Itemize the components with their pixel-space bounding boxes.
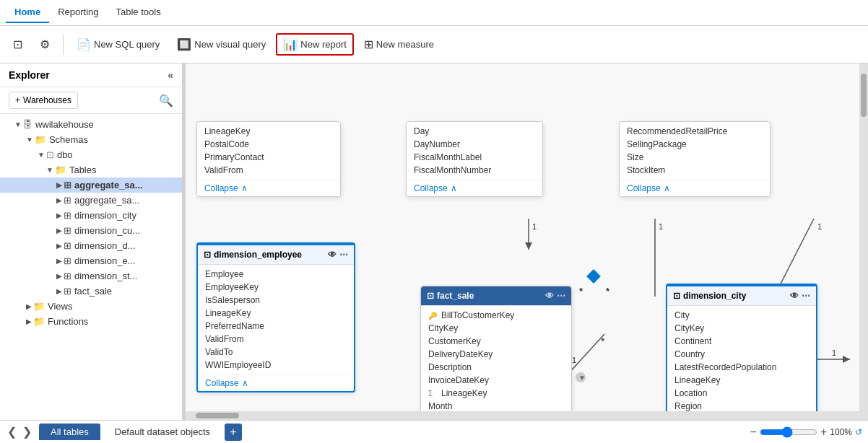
row-label: City xyxy=(674,310,690,320)
toolbar-icon2-button[interactable]: ⚙ xyxy=(32,33,57,56)
row-label: FiscalMonthNumber xyxy=(414,165,491,175)
scrollbar-thumb[interactable] xyxy=(861,74,867,117)
table-row: Σ LineageKey xyxy=(421,387,571,400)
preview-icon[interactable]: 👁 xyxy=(328,250,337,260)
row-label: Description xyxy=(428,362,472,372)
table-header-icons: 👁 ⋯ xyxy=(328,250,348,260)
table-row: IsSalesperson xyxy=(198,294,354,307)
table-body: RecommendedRetailPrice SellingPackage Si… xyxy=(620,122,770,180)
tree-label: aggregate_sa... xyxy=(74,180,143,190)
vertical-scrollbar[interactable] xyxy=(859,63,868,420)
svg-marker-13 xyxy=(843,356,850,363)
collapse-label: Collapse xyxy=(204,183,238,193)
row-label: Location xyxy=(674,388,707,398)
sidebar-item-tables[interactable]: ▼ 📁 Tables xyxy=(0,162,182,177)
gear-icon: ⚙ xyxy=(40,38,50,51)
preview-icon[interactable]: 👁 xyxy=(545,291,554,301)
table-dim-stock[interactable]: RecommendedRetailPrice SellingPackage Si… xyxy=(619,121,771,197)
table-row: CityKey xyxy=(667,322,816,335)
sidebar-tree: ▼ 🗄 wwilakehouse ▼ 📁 Schemas ▼ ⊡ dbo ▼ 📁… xyxy=(0,114,182,420)
chevron-icon: ▶ xyxy=(26,302,32,310)
chevron-icon: ▶ xyxy=(56,211,62,219)
table-row: Location xyxy=(667,387,816,400)
sidebar-item-aggregate-sa2[interactable]: ▶ ⊞ aggregate_sa... xyxy=(0,193,182,208)
tree-label: wwilakehouse xyxy=(35,119,94,130)
sidebar-item-schemas[interactable]: ▼ 📁 Schemas xyxy=(0,132,182,147)
tab-all-tables[interactable]: All tables xyxy=(39,424,100,440)
more-icon[interactable]: ⋯ xyxy=(339,250,348,260)
sidebar-item-dimension-st[interactable]: ▶ ⊞ dimension_st... xyxy=(0,268,182,284)
table-row: Continent xyxy=(667,335,816,348)
preview-icon[interactable]: 👁 xyxy=(790,291,799,301)
chevron-icon: ▶ xyxy=(56,181,62,189)
collapse-sidebar-icon[interactable]: « xyxy=(168,69,173,81)
table-icon: ⊞ xyxy=(64,240,71,251)
sidebar-item-dimension-city[interactable]: ▶ ⊞ dimension_city xyxy=(0,208,182,223)
svg-text:1: 1 xyxy=(832,348,836,357)
new-visual-label: New visual query xyxy=(194,39,266,50)
new-report-button[interactable]: 📊 New report xyxy=(276,33,354,56)
db-icon: 🗄 xyxy=(23,119,32,130)
warehouse-label: Warehouses xyxy=(23,95,71,105)
collapse-button[interactable]: Collapse ∧ xyxy=(620,180,770,196)
zoom-in-button[interactable]: + xyxy=(820,426,827,439)
new-measure-button[interactable]: ⊞ New measure xyxy=(357,33,441,56)
svg-text:▼: ▼ xyxy=(578,374,586,382)
more-icon[interactable]: ⋯ xyxy=(802,291,810,301)
table-title: ⊡ fact_sale xyxy=(427,291,474,301)
tab-home[interactable]: Home xyxy=(6,2,49,23)
nav-next-button[interactable]: ❯ xyxy=(21,424,33,440)
canvas[interactable]: 1 1 1 1 * 1 * * * xyxy=(186,63,868,420)
collapse-button[interactable]: Collapse ∧ xyxy=(407,180,542,196)
tab-table-tools[interactable]: Table tools xyxy=(108,2,170,23)
new-report-label: New report xyxy=(300,39,347,50)
row-label: RecommendedRetailPrice xyxy=(627,126,727,136)
sidebar-item-views[interactable]: ▶ 📁 Views xyxy=(0,299,182,314)
new-visual-query-button[interactable]: 🔲 New visual query xyxy=(170,33,273,56)
add-tab-button[interactable]: + xyxy=(225,424,242,441)
zoom-reset-button[interactable]: ↺ xyxy=(855,427,862,437)
table-dim-date[interactable]: Day DayNumber FiscalMonthLabel FiscalMon… xyxy=(406,121,543,197)
table-fact-sale[interactable]: ⊡ fact_sale 👁 ⋯ 🔑 BillToCustomerKey City… xyxy=(420,286,572,416)
table-row: InvoiceDateKey xyxy=(421,374,571,387)
sidebar-item-dimension-d[interactable]: ▶ ⊞ dimension_d... xyxy=(0,238,182,253)
toolbar-icon1-button[interactable]: ⊡ xyxy=(6,33,30,56)
tree-label: Views xyxy=(48,301,72,312)
collapse-button[interactable]: Collapse ∧ xyxy=(198,374,354,391)
new-sql-query-button[interactable]: 📄 New SQL query xyxy=(69,33,167,56)
table-icon: ⊡ xyxy=(13,38,22,51)
tab-reporting[interactable]: Reporting xyxy=(49,2,107,23)
sidebar-item-fact-sale[interactable]: ▶ ⊞ fact_sale xyxy=(0,284,182,299)
zoom-slider[interactable] xyxy=(760,426,817,438)
sidebar-item-aggregate-sa1[interactable]: ▶ ⊞ aggregate_sa... xyxy=(0,177,182,193)
sidebar-item-wwilakehouse[interactable]: ▼ 🗄 wwilakehouse xyxy=(0,117,182,132)
table-row: CustomerKey xyxy=(421,335,571,348)
table-row: Employee xyxy=(198,268,354,281)
more-icon[interactable]: ⋯ xyxy=(557,291,565,301)
table-body: Employee EmployeeKey IsSalesperson Linea… xyxy=(198,265,354,374)
horizontal-scrollbar[interactable] xyxy=(186,411,859,420)
sidebar-item-dbo[interactable]: ▼ ⊡ dbo xyxy=(0,147,182,162)
nav-prev-button[interactable]: ❮ xyxy=(6,424,18,440)
chevron-icon: ▶ xyxy=(56,196,62,204)
search-icon[interactable]: 🔍 xyxy=(159,94,173,108)
row-label: PreferredName xyxy=(205,321,264,331)
table-row: CityKey xyxy=(421,322,571,335)
sidebar-item-dimension-e[interactable]: ▶ ⊞ dimension_e... xyxy=(0,253,182,268)
scrollbar-thumb[interactable] xyxy=(196,413,239,418)
table-dim-city[interactable]: ⊡ dimension_city 👁 ⋯ City CityKey Contin… xyxy=(666,284,817,417)
table-dim-customer[interactable]: LineageKey PostalCode PrimaryContact Val… xyxy=(196,121,341,197)
row-label: CityKey xyxy=(428,323,458,333)
table-row: Description xyxy=(421,361,571,374)
table-dim-employee[interactable]: ⊡ dimension_employee 👁 ⋯ Employee Employ… xyxy=(196,242,355,392)
tree-label: dbo xyxy=(57,149,73,160)
sidebar-item-functions[interactable]: ▶ 📁 Functions xyxy=(0,314,182,329)
tab-default-dataset[interactable]: Default dataset objects xyxy=(103,424,222,440)
zoom-out-button[interactable]: − xyxy=(750,426,757,439)
sidebar-item-dimension-cu[interactable]: ▶ ⊞ dimension_cu... xyxy=(0,223,182,238)
table-row: Country xyxy=(667,348,816,361)
svg-text:*: * xyxy=(606,286,610,297)
collapse-button[interactable]: Collapse ∧ xyxy=(197,180,340,196)
add-warehouse-button[interactable]: + Warehouses xyxy=(9,92,78,109)
bottom-nav: ❮ ❯ xyxy=(6,424,33,440)
